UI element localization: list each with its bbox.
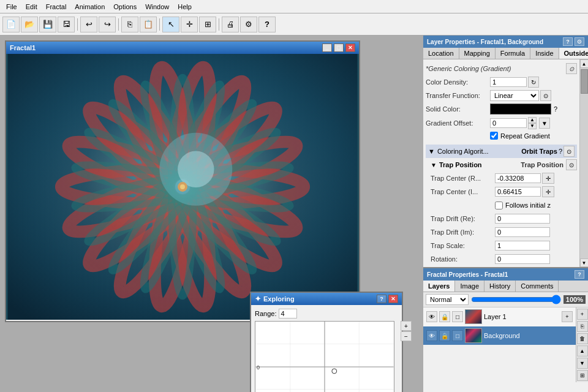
trap-center-re-nav-button[interactable]: ✛ (542, 173, 554, 184)
solid-color-value: ? (490, 104, 577, 115)
menu-fractal[interactable]: Fractal (42, 2, 70, 12)
fractal-close-button[interactable]: ✕ (345, 43, 355, 52)
scroll-up-button[interactable]: ▲ (580, 59, 589, 68)
menu-animation[interactable]: Animation (71, 2, 108, 12)
trap-center-re-input[interactable] (495, 173, 541, 183)
tab-history[interactable]: History (484, 281, 516, 292)
follows-initial-z-row: Follows initial z (431, 198, 577, 212)
tab-location[interactable]: Location (423, 48, 459, 59)
gradient-offset-input[interactable] (490, 118, 527, 128)
layers-copy-button[interactable]: ⎘ (577, 321, 588, 332)
solid-color-swatch[interactable] (490, 104, 551, 115)
zoom-out-button[interactable]: − (401, 331, 412, 341)
layers-add-button[interactable]: + (577, 309, 588, 320)
save-button[interactable]: 💾 (39, 17, 56, 32)
tab-inside[interactable]: Inside (530, 48, 559, 59)
fractal-properties-header-buttons: ? (575, 270, 584, 279)
gradient-offset-extra-button[interactable]: ▼ (539, 118, 550, 129)
layers-merge-button[interactable]: ⊞ (577, 370, 588, 381)
menu-file[interactable]: File (2, 2, 21, 12)
trap-center-im-label: Trap Center (I... (431, 188, 495, 195)
trap-drift-re-label: Trap Drift (Re): (431, 215, 495, 222)
exploring-help-button[interactable]: ? (377, 295, 386, 303)
color-density-input[interactable] (490, 77, 527, 87)
trap-center-im-input[interactable] (495, 187, 541, 197)
layers-up-button[interactable]: ▲ (577, 345, 588, 356)
tab-mapping[interactable]: Mapping (459, 48, 496, 59)
zoom-in-button[interactable]: + (401, 321, 412, 331)
tab-outside[interactable]: Outside (559, 48, 589, 59)
layer-item-background[interactable]: 👁 🔒 □ Background (423, 326, 576, 345)
layers-toolbar: Normal 100% (423, 292, 588, 307)
exploring-close-button[interactable]: ✕ (388, 295, 398, 303)
follows-initial-z-checkbox[interactable] (495, 202, 503, 209)
gradient-offset-down-button[interactable]: ▼ (528, 123, 537, 129)
transfer-function-extra-button[interactable]: ⊙ (540, 90, 551, 101)
gradient-offset-up-button[interactable]: ▲ (528, 117, 537, 123)
coloring-algorithm-header[interactable]: ▼ Coloring Algorit... Orbit Traps ? ⊙ (426, 145, 577, 158)
scroll-track[interactable] (580, 68, 588, 258)
blend-mode-select[interactable]: Normal (426, 294, 469, 305)
new-button[interactable]: 📄 (2, 17, 20, 32)
layer-props-extra-button[interactable]: ⊙ (575, 37, 584, 46)
menu-window[interactable]: Window (141, 2, 173, 12)
trap-drift-re-row: Trap Drift (Re): (431, 212, 577, 225)
menu-help[interactable]: Help (174, 2, 195, 12)
layer1-lock-button[interactable]: 🔒 (439, 311, 450, 322)
scroll-thumb[interactable] (581, 69, 588, 94)
solid-color-label: Solid Color: (426, 105, 490, 113)
color-density-refresh-button[interactable]: ↻ (528, 77, 539, 88)
open-button[interactable]: 📂 (21, 17, 38, 32)
coloring-collapse-icon: ▼ (428, 148, 435, 155)
trap-scale-input[interactable] (495, 241, 550, 251)
range-input[interactable] (279, 309, 297, 318)
layer1-visibility-button[interactable]: 👁 (426, 311, 437, 322)
layer-item-1[interactable]: 👁 🔒 □ Layer 1 + (423, 307, 576, 326)
layers-delete-button[interactable]: 🗑 (577, 333, 588, 344)
background-visibility-button[interactable]: 👁 (426, 330, 437, 341)
menu-edit[interactable]: Edit (22, 2, 41, 12)
copy-button[interactable]: ⎘ (121, 17, 138, 32)
trap-center-re-value: ✛ (495, 173, 577, 184)
coloring-extra-button[interactable]: ⊙ (564, 146, 575, 157)
help-button[interactable]: ? (258, 17, 276, 32)
coloring-copy-button[interactable]: ⊙ (566, 63, 577, 74)
layers-list: 👁 🔒 □ Layer 1 + 👁 🔒 □ (423, 307, 576, 382)
layer1-link-button[interactable]: □ (452, 311, 463, 322)
background-lock-button[interactable]: 🔒 (439, 330, 450, 341)
tab-image[interactable]: Image (455, 281, 484, 292)
menu-options[interactable]: Options (110, 2, 140, 12)
trap-center-re-label: Trap Center (R... (431, 175, 495, 182)
trap-drift-re-input[interactable] (495, 214, 550, 224)
rotation-input[interactable] (495, 254, 550, 264)
layers-down-button[interactable]: ▼ (577, 358, 588, 369)
color-density-label: Color Density: (426, 78, 490, 86)
trap-center-im-nav-button[interactable]: ✛ (542, 186, 554, 197)
tab-layers[interactable]: Layers (423, 281, 455, 292)
trap-drift-im-input[interactable] (495, 227, 550, 237)
fractal-canvas[interactable] (6, 54, 359, 320)
paste-button[interactable]: 📋 (140, 17, 157, 32)
opacity-slider[interactable] (471, 295, 561, 304)
settings-button[interactable]: ⚙ (240, 17, 257, 32)
graph-area[interactable]: -1 0 1 0 (255, 321, 394, 392)
background-link-button[interactable]: □ (452, 330, 463, 341)
saveas-button[interactable]: 🖫 (58, 17, 75, 32)
undo-button[interactable]: ↩ (80, 17, 97, 32)
zoomin-button[interactable]: ⊞ (199, 17, 216, 32)
tab-formula[interactable]: Formula (496, 48, 530, 59)
tab-comments[interactable]: Comments (516, 281, 559, 292)
render-button[interactable]: 🖨 (222, 17, 239, 32)
layer1-add-button[interactable]: + (562, 311, 573, 322)
fractal-minimize-button[interactable]: _ (322, 43, 332, 52)
transfer-function-select[interactable]: Linear (490, 90, 539, 101)
fractal-props-help-button[interactable]: ? (575, 270, 584, 279)
fractal-maximize-button[interactable]: □ (334, 43, 344, 52)
redo-button[interactable]: ↪ (99, 17, 116, 32)
move-button[interactable]: ✛ (181, 17, 198, 32)
trap-position-extra-button[interactable]: ⊙ (566, 159, 577, 170)
repeat-gradient-checkbox[interactable] (490, 132, 498, 140)
select-button[interactable]: ↖ (162, 17, 179, 32)
scroll-down-button[interactable]: ▼ (580, 258, 589, 267)
layer-props-help-button[interactable]: ? (563, 37, 573, 46)
